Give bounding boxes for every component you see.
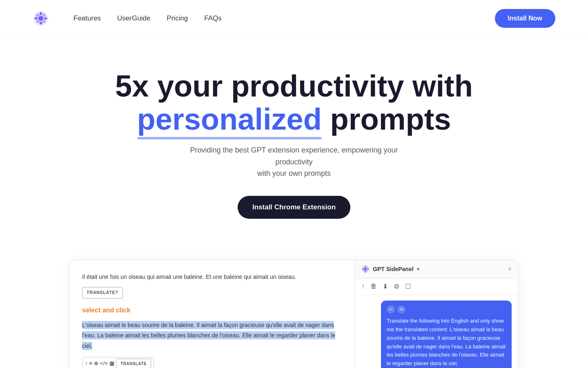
panel-toolbar: ↑ 🗑 ⬇ ⚙ ☐ (355, 278, 518, 295)
nav-userguide[interactable]: UserGuide (117, 14, 150, 22)
logo-icon (33, 10, 49, 27)
nav-faqs[interactable]: FAQs (204, 14, 222, 22)
chat-bubble-icons: ↩ ⟲ (387, 305, 506, 314)
svg-point-7 (36, 14, 38, 16)
nav-links: Features UserGuide Pricing FAQs (74, 14, 495, 22)
navbar: Features UserGuide Pricing FAQs Install … (0, 0, 588, 37)
chat-bubble-user: ↩ ⟲ Translate the following into English… (381, 301, 512, 368)
panel-header-left: GPT SidePanel ▾ (361, 265, 419, 273)
demo-area: Il était une fois un oiseau qui aimait u… (0, 260, 588, 368)
panel-header: GPT SidePanel ▾ × (355, 260, 518, 278)
svg-point-5 (35, 17, 37, 20)
svg-point-3 (40, 12, 42, 15)
panel-close-button[interactable]: × (508, 265, 512, 273)
panel-toolbar-settings[interactable]: ⚙ (394, 283, 399, 290)
panel-title: GPT SidePanel (373, 266, 414, 272)
chat-bubble-text: Translate the following into English and… (387, 318, 506, 366)
toolbar-icon-4[interactable]: </> (100, 359, 108, 368)
hero-title-line2: prompts (322, 102, 451, 136)
panel-logo-icon (361, 265, 370, 273)
demo-highlighted-block: L'oiseau aimait le beau sourire de la ba… (82, 320, 342, 351)
nav-features[interactable]: Features (74, 14, 101, 22)
panel-toolbar-download[interactable]: ⬇ (383, 283, 388, 290)
svg-point-15 (365, 272, 366, 273)
logo[interactable] (33, 10, 49, 27)
svg-point-14 (365, 266, 366, 267)
panel-toolbar-delete[interactable]: 🗑 (370, 283, 377, 290)
demo-text-1: Il était une fois un oiseau qui aimait u… (82, 272, 342, 282)
svg-point-2 (38, 16, 43, 21)
panel-dropdown-arrow[interactable]: ▾ (417, 266, 419, 272)
hero-section: 5x your productivity with personalized p… (0, 37, 588, 260)
svg-point-16 (362, 269, 363, 270)
toolbar-icon-5[interactable]: ▦ (109, 359, 114, 368)
svg-point-13 (364, 268, 367, 270)
nav-pricing[interactable]: Pricing (167, 14, 188, 22)
demo-container: Il était une fois un oiseau qui aimait u… (69, 260, 519, 368)
toolbar-icon-3[interactable]: ⊕ (94, 359, 98, 368)
hero-title-accent: personalized (137, 103, 322, 136)
svg-point-17 (368, 269, 369, 270)
demo-right-panel: GPT SidePanel ▾ × ↑ 🗑 ⬇ ⚙ ☐ ↩ ⟲ (355, 260, 518, 368)
panel-toolbar-upload[interactable]: ↑ (361, 283, 365, 290)
svg-point-10 (43, 21, 45, 23)
bubble-icon-1: ↩ (387, 305, 395, 314)
svg-point-8 (43, 14, 45, 16)
translate-inline-btn[interactable]: Translate (116, 359, 151, 368)
install-chrome-button[interactable]: Install Chrome Extension (238, 196, 350, 219)
hero-subtitle: Providing the best GPT extension experie… (172, 144, 416, 180)
svg-point-6 (45, 17, 47, 20)
panel-toolbar-window[interactable]: ☐ (405, 283, 411, 290)
demo-left-panel: Il était une fois un oiseau qui aimait u… (70, 260, 355, 368)
chat-area: ↩ ⟲ Translate the following into English… (355, 295, 518, 368)
select-and-click-label: select and click (82, 305, 342, 316)
bubble-icon-2: ⟲ (397, 305, 405, 314)
svg-point-9 (36, 21, 38, 23)
highlighted-text: L'oiseau aimait le beau sourire de la ba… (82, 321, 335, 350)
toolbar-icon-1[interactable]: ↑ (85, 359, 88, 368)
install-now-button[interactable]: Install Now (495, 9, 555, 28)
translate-button-1[interactable]: TRANSLATE? (82, 287, 342, 305)
toolbar-icon-2[interactable]: ≡ (89, 359, 93, 368)
svg-point-4 (40, 22, 42, 25)
hero-title-line1: 5x your productivity with (115, 69, 473, 103)
hero-title: 5x your productivity with personalized p… (115, 70, 473, 136)
mini-toolbar[interactable]: ↑ ≡ ⊕ </> ▦ Translate (82, 357, 154, 368)
